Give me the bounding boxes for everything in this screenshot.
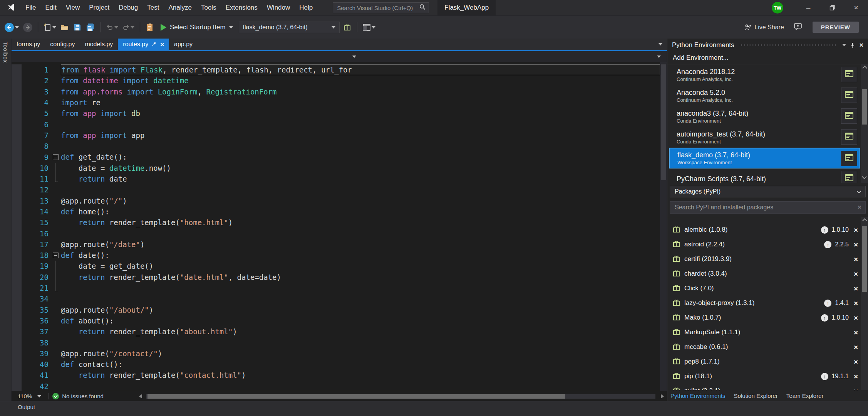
new-project-button[interactable] — [43, 22, 57, 33]
nav-member-dropdown-icon[interactable] — [657, 56, 661, 58]
code-line[interactable]: 34 — [12, 293, 660, 304]
preview-button[interactable]: PREVIEW — [813, 22, 859, 33]
collapse-box-icon[interactable] — [53, 253, 59, 258]
menu-item-window[interactable]: Window — [262, 0, 295, 15]
uninstall-package-icon[interactable]: × — [854, 387, 858, 391]
toolbox-tab[interactable]: Toolbox — [2, 42, 8, 63]
update-package-button[interactable]: ↑1.0.10 — [821, 226, 849, 234]
scroll-right-arrow-icon[interactable] — [661, 394, 664, 399]
new-project-dropdown-icon[interactable] — [52, 26, 56, 29]
package-row[interactable]: pylint (2.3.1)× — [667, 384, 868, 390]
search-icon[interactable] — [419, 4, 426, 12]
package-list-scrollbar[interactable] — [861, 217, 868, 390]
code-line[interactable]: 18def date(): — [12, 250, 660, 261]
environment-item[interactable]: autoimports_test (3.7, 64-bit)Conda Envi… — [667, 127, 868, 148]
package-row[interactable]: pep8 (1.7.1)× — [667, 354, 868, 369]
restore-button[interactable] — [820, 0, 844, 15]
navigation-bar[interactable] — [12, 51, 667, 62]
clipboard-button[interactable] — [145, 22, 155, 33]
code-line[interactable]: 5from app import db — [12, 108, 660, 119]
package-search-box[interactable]: × — [670, 201, 866, 214]
code-line[interactable]: 38 — [12, 337, 660, 348]
package-row[interactable]: MarkupSafe (1.1.1)× — [667, 325, 868, 340]
environment-item[interactable]: Anaconda 2018.12Continuum Analytics, Inc… — [667, 64, 868, 85]
code-line[interactable]: 19 date = get_date() — [12, 261, 660, 271]
code-line[interactable]: 15 return render_template("home.html") — [12, 217, 660, 228]
package-row[interactable]: chardet (3.0.4)× — [667, 266, 868, 281]
tab-config.py[interactable]: config.py — [45, 39, 80, 50]
menu-item-project[interactable]: Project — [84, 0, 114, 15]
uninstall-package-icon[interactable]: × — [854, 256, 858, 263]
back-dropdown-icon[interactable] — [15, 26, 19, 29]
package-row[interactable]: alembic (1.0.8)↑1.0.10× — [667, 222, 868, 237]
nav-scope-dropdown-icon[interactable] — [352, 56, 356, 58]
scroll-up-icon[interactable] — [862, 218, 867, 223]
panel-pin-icon[interactable] — [850, 42, 855, 48]
collapse-box-icon[interactable] — [53, 154, 59, 160]
tab-models.py[interactable]: models.py — [80, 39, 118, 50]
zoom-level-combo[interactable]: 110% — [15, 393, 44, 399]
code-line[interactable]: 8 — [12, 141, 660, 152]
code-line[interactable]: 36def about(): — [12, 315, 660, 326]
save-all-button[interactable] — [85, 22, 96, 33]
uninstall-package-icon[interactable]: × — [854, 344, 858, 351]
packages-source-combo[interactable]: Packages (PyPI) — [670, 186, 866, 197]
clear-search-icon[interactable]: × — [858, 204, 861, 211]
environment-item[interactable]: anaconda3 (3.7, 64-bit)Conda Environment — [667, 106, 868, 127]
code-line[interactable]: 12 — [12, 184, 660, 195]
code-line[interactable]: 42 — [12, 381, 660, 391]
uninstall-package-icon[interactable]: × — [854, 329, 858, 336]
hscrollbar-thumb[interactable] — [147, 394, 565, 399]
code-line[interactable]: 16 — [12, 228, 660, 239]
code-line[interactable]: 3from app.forms import LoginForm, Regist… — [12, 86, 660, 97]
package-row[interactable]: lazy-object-proxy (1.3.1)↑1.4.1× — [667, 296, 868, 310]
user-avatar[interactable]: TW — [772, 2, 783, 13]
environment-list-scrollbar[interactable] — [861, 64, 868, 183]
menu-item-tools[interactable]: Tools — [196, 0, 221, 15]
menu-item-file[interactable]: File — [21, 0, 40, 15]
panel-tab-team-explorer[interactable]: Team Explorer — [786, 392, 824, 399]
editor-layout-button[interactable] — [362, 22, 376, 33]
package-row[interactable]: certifi (2019.3.9)× — [667, 252, 868, 266]
update-package-button[interactable]: ↑2.2.5 — [824, 241, 849, 248]
scroll-left-arrow-icon[interactable] — [139, 394, 142, 399]
document-list-dropdown-icon[interactable] — [659, 40, 667, 50]
uninstall-package-icon[interactable]: × — [854, 314, 858, 322]
code-line[interactable]: 39@app.route("/contact/") — [12, 348, 660, 359]
redo-dropdown-icon[interactable] — [131, 26, 134, 29]
open-interactive-window-button[interactable] — [841, 67, 857, 82]
undo-dropdown-icon[interactable] — [114, 26, 118, 29]
tab-routes.py[interactable]: routes.py× — [118, 39, 169, 50]
uninstall-package-icon[interactable]: × — [854, 241, 858, 248]
environment-item[interactable]: PyCharm Scripts (3.7, 64-bit) — [667, 168, 868, 183]
update-package-button[interactable]: ↑19.1.1 — [821, 373, 849, 380]
code-line[interactable]: 2from datetime import datetime — [12, 75, 660, 86]
code-line[interactable]: 37 return render_template("about.html") — [12, 326, 660, 337]
fold-toggle[interactable] — [50, 250, 61, 261]
code-line[interactable]: 11 return date — [12, 173, 660, 184]
code-line[interactable]: 13@app.route("/") — [12, 195, 660, 206]
scrollbar-thumb[interactable] — [862, 89, 867, 125]
uninstall-package-icon[interactable]: × — [854, 226, 858, 234]
code-line[interactable]: 20 return render_template("date.html", d… — [12, 272, 660, 283]
panel-header[interactable]: Python Environments × — [667, 39, 868, 52]
uninstall-package-icon[interactable]: × — [854, 285, 858, 292]
scrollbar-thumb[interactable] — [661, 64, 666, 180]
navigate-backward-button[interactable] — [4, 22, 20, 33]
menu-item-test[interactable]: Test — [142, 0, 164, 15]
layout-dropdown-icon[interactable] — [372, 26, 375, 29]
package-row[interactable]: astroid (2.2.4)↑2.2.5× — [667, 237, 868, 252]
environment-item[interactable]: flask_demo (3.7, 64-bit)Workspace Enviro… — [669, 148, 860, 168]
uninstall-package-icon[interactable]: × — [854, 270, 858, 278]
panel-close-icon[interactable]: × — [859, 41, 863, 49]
code-line[interactable]: 9def get_date(): — [12, 152, 660, 162]
panel-tab-solution-explorer[interactable]: Solution Explorer — [734, 392, 778, 399]
editor-vertical-scrollbar[interactable] — [660, 62, 667, 391]
scroll-down-icon[interactable] — [862, 174, 867, 179]
package-search-input[interactable] — [674, 204, 858, 211]
environment-combo[interactable]: flask_demo (3.7, 64-bit) — [239, 22, 340, 33]
scrollbar-thumb[interactable] — [862, 226, 867, 292]
quick-search-box[interactable] — [333, 2, 429, 13]
update-package-button[interactable]: ↑1.4.1 — [824, 300, 849, 307]
package-row[interactable]: Click (7.0)× — [667, 281, 868, 296]
